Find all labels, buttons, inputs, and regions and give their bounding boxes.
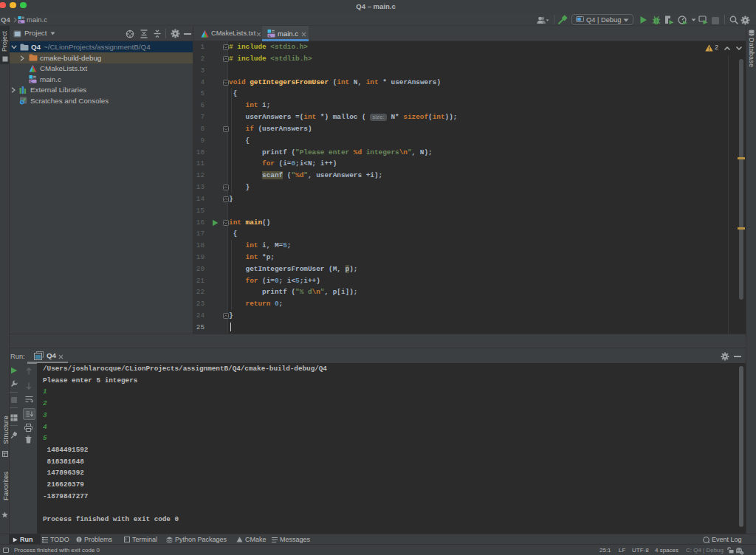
svg-text:c: c <box>269 33 271 38</box>
svg-text:c: c <box>18 19 21 24</box>
svg-text:c: c <box>30 78 32 83</box>
